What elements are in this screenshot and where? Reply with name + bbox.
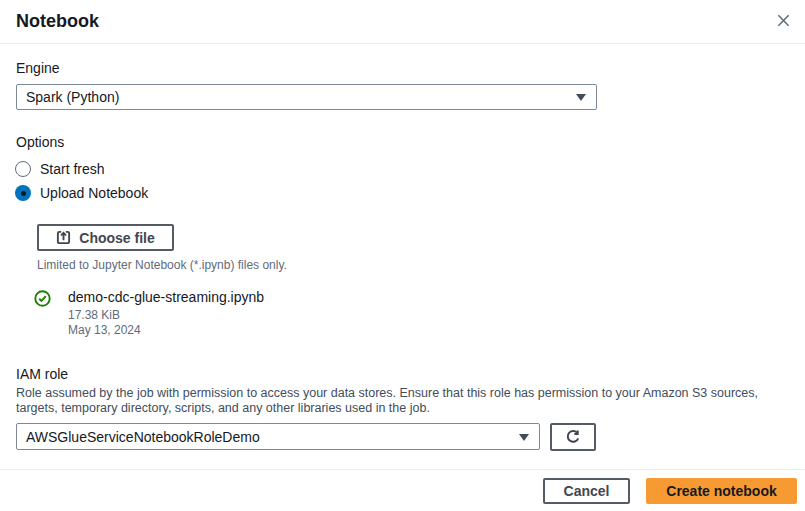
iam-role-select-value: AWSGlueServiceNotebookRoleDemo bbox=[26, 429, 260, 445]
upload-icon bbox=[56, 230, 71, 245]
refresh-icon bbox=[565, 429, 581, 445]
chevron-down-icon bbox=[576, 94, 586, 101]
notebook-modal: Notebook Engine Spark (Python) Options S… bbox=[0, 0, 805, 511]
radio-icon bbox=[15, 161, 31, 177]
uploaded-file-date: May 13, 2024 bbox=[68, 323, 141, 337]
check-circle-icon bbox=[34, 290, 51, 307]
file-constraint-text: Limited to Jupyter Notebook (*.ipynb) fi… bbox=[37, 258, 287, 272]
modal-footer: Cancel Create notebook bbox=[0, 469, 805, 511]
uploaded-file-size: 17.38 KiB bbox=[68, 308, 120, 322]
iam-role-select[interactable]: AWSGlueServiceNotebookRoleDemo bbox=[16, 423, 540, 450]
engine-select-value: Spark (Python) bbox=[26, 89, 119, 105]
radio-start-fresh[interactable]: Start fresh bbox=[15, 160, 105, 178]
modal-header: Notebook bbox=[0, 0, 805, 44]
choose-file-button[interactable]: Choose file bbox=[37, 224, 174, 251]
cancel-button[interactable]: Cancel bbox=[543, 478, 630, 504]
uploaded-file-name: demo-cdc-glue-streaming.ipynb bbox=[68, 289, 264, 305]
close-icon bbox=[776, 13, 791, 31]
engine-select[interactable]: Spark (Python) bbox=[16, 84, 597, 110]
refresh-roles-button[interactable] bbox=[550, 423, 596, 451]
iam-role-label: IAM role bbox=[16, 366, 68, 382]
radio-icon bbox=[15, 185, 31, 201]
choose-file-label: Choose file bbox=[79, 230, 154, 246]
iam-role-description: Role assumed by the job with permission … bbox=[16, 386, 790, 416]
close-button[interactable] bbox=[768, 8, 798, 36]
create-notebook-button[interactable]: Create notebook bbox=[646, 478, 797, 504]
chevron-down-icon bbox=[519, 434, 529, 441]
options-label: Options bbox=[16, 134, 64, 150]
page-title: Notebook bbox=[16, 11, 99, 32]
radio-upload-notebook[interactable]: Upload Notebook bbox=[15, 184, 148, 202]
radio-label: Start fresh bbox=[40, 161, 105, 177]
radio-label: Upload Notebook bbox=[40, 185, 148, 201]
engine-label: Engine bbox=[16, 60, 60, 76]
